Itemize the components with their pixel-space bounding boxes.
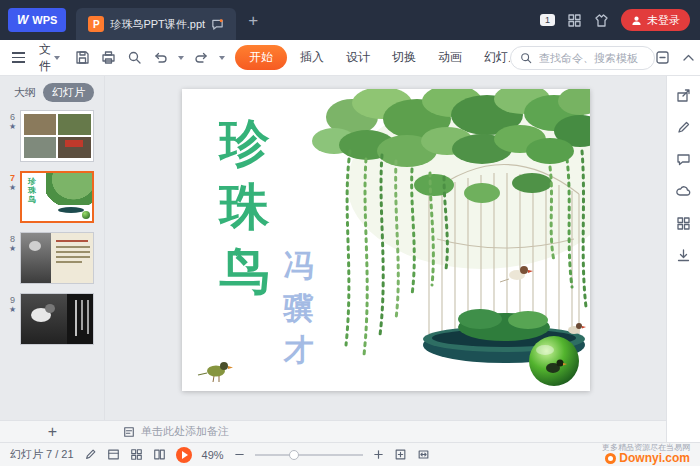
search-icon [520,52,532,64]
update-count-badge[interactable]: 1 [540,14,555,26]
tab-design[interactable]: 设计 [337,45,379,70]
chevron-down-icon [54,56,60,63]
edit-icon[interactable] [676,120,691,135]
document-tab-title: 珍珠鸟PPT课件.ppt [110,17,205,32]
login-button-label: 未登录 [647,13,680,28]
zoom-slider[interactable] [255,454,363,456]
ppt-doc-icon: P [88,16,104,32]
message-icon[interactable] [211,18,224,31]
search-input[interactable] [537,51,645,65]
thumbnail-list: 6 ★ 7 ★ 珍 珠 鸟 [0,107,104,420]
tab-animation[interactable]: 动画 [429,45,471,70]
document-tab[interactable]: P 珍珠鸟PPT课件.ppt [76,8,236,40]
hamburger-menu-icon[interactable] [8,48,29,67]
comment-icon[interactable] [676,152,691,167]
command-search[interactable] [510,46,655,70]
thumbnail-row-9: 9 ★ [5,293,104,345]
outline-toggle[interactable]: 大纲 [14,85,36,100]
slide-author-vertical[interactable]: 冯 骥 才 [284,245,314,371]
watermark: 更多精品资源尽在当易网 Downyi.com [602,444,690,466]
notes-input[interactable]: 单击此处添加备注 [123,424,229,439]
perched-bird [500,266,533,282]
notes-icon [123,426,135,438]
slide-thumbnail-6[interactable] [20,110,94,162]
slides-toggle[interactable]: 幻灯片 [43,83,94,102]
slide-thumbnail-9[interactable] [20,293,94,345]
thumbnail-row-8: 8 ★ [5,232,104,284]
fit-window-icon[interactable] [394,448,407,461]
notes-bar: + 单击此处添加备注 [0,420,666,442]
star-icon: ★ [9,184,16,192]
tab-insert[interactable]: 插入 [291,45,333,70]
pen-icon[interactable] [84,448,97,461]
skin-icon[interactable] [594,13,609,28]
wps-logo-mark: W [17,13,28,27]
slide-counter: 幻灯片 7 / 21 [10,447,74,462]
star-icon: ★ [9,306,16,314]
login-button[interactable]: 未登录 [621,9,690,31]
print-preview-icon[interactable] [126,49,143,66]
downyi-logo-icon [605,453,616,464]
titlebar: W WPS P 珍珠鸟PPT课件.ppt + 1 未登录 [0,0,700,40]
zoom-slider-handle[interactable] [289,450,299,460]
slide-thumbnail-7-selected[interactable]: 珍 珠 鸟 [20,171,94,223]
slide-thumbnail-8[interactable] [20,232,94,284]
tab-transition[interactable]: 切换 [383,45,425,70]
watermark-brand: Downyi.com [619,452,690,465]
zoom-level[interactable]: 49% [202,449,224,461]
slide-canvas-area[interactable]: 珍 珠 鸟 冯 骥 才 [105,76,666,420]
file-menu-label: 文件 [39,41,51,75]
normal-view-icon[interactable] [107,448,120,461]
tab-home[interactable]: 开始 [235,45,287,70]
add-slide-button[interactable]: + [48,424,57,440]
apps-icon[interactable] [567,13,582,28]
sphere-logo [529,336,579,386]
redo-icon[interactable] [193,49,210,66]
ribbon-tab-list: 开始 插入 设计 切换 动画 幻灯片放映 [235,45,510,70]
star-icon: ★ [9,123,16,131]
user-icon [631,15,642,26]
fit-width-icon[interactable] [417,448,430,461]
slide-panel: 大纲 幻灯片 6 ★ 7 ★ [0,76,105,420]
tab-slideshow[interactable]: 幻灯片放映 [475,45,510,70]
share-icon[interactable] [676,88,691,103]
small-bird [568,323,586,334]
collapse-ribbon-icon[interactable] [682,53,695,62]
assistant-icon[interactable] [655,50,670,65]
new-tab-button[interactable]: + [248,12,258,29]
undo-dropdown-icon[interactable] [178,56,184,63]
columns-view-icon[interactable] [153,448,166,461]
ribbon-toolbar: 文件 开始 插入 设计 切换 动画 幻灯片放映 [0,40,700,76]
current-slide[interactable]: 珍 珠 鸟 冯 骥 才 [182,89,590,391]
thumbnail-row-7: 7 ★ 珍 珠 鸟 [5,171,104,223]
print-icon[interactable] [100,49,117,66]
wps-logo-text: WPS [32,14,57,26]
thumbnail-row-6: 6 ★ [5,110,104,162]
status-bar: 幻灯片 7 / 21 49% 更多精品资源尽在当易网 Downyi.com [0,442,700,466]
zoom-out-icon[interactable] [234,449,245,460]
slide-number: 9 [10,295,15,305]
play-slideshow-button[interactable] [176,447,192,463]
redo-dropdown-icon[interactable] [219,56,225,63]
slide-number: 8 [10,234,15,244]
right-sidebar [666,76,700,442]
slide-title-vertical[interactable]: 珍 珠 鸟 [220,111,270,303]
slide-number-current: 7 [10,173,15,183]
wps-logo[interactable]: W WPS [8,8,66,32]
file-menu[interactable]: 文件 [35,41,64,75]
apps-grid-icon[interactable] [676,216,691,231]
zoom-in-icon[interactable] [373,449,384,460]
ground-bird [198,362,233,382]
save-icon[interactable] [74,49,91,66]
undo-icon[interactable] [152,49,169,66]
download-icon[interactable] [676,248,691,263]
cloud-icon[interactable] [676,184,691,199]
slide-number: 6 [10,112,15,122]
notes-placeholder: 单击此处添加备注 [141,424,229,439]
grid-view-icon[interactable] [130,448,143,461]
star-icon: ★ [9,245,16,253]
